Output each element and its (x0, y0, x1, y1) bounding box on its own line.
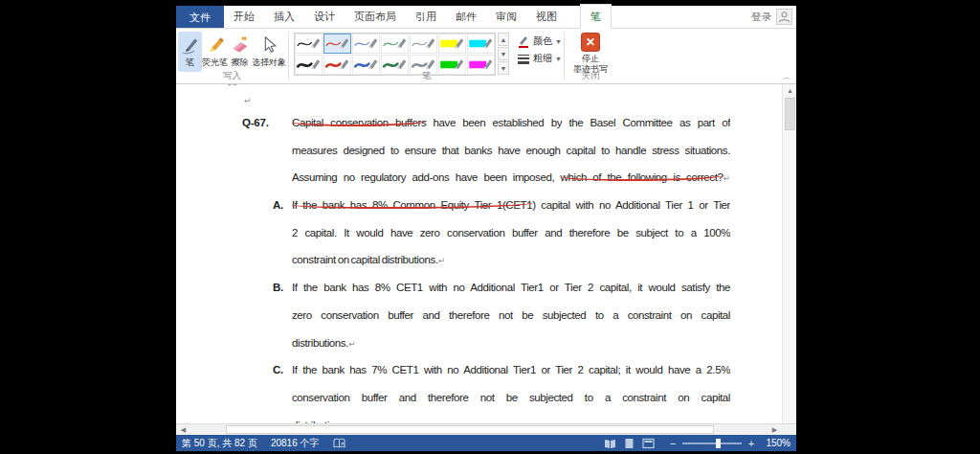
line-text: If the bank has 7% CET1 with no Addition… (292, 356, 730, 384)
button-label: 笔 (186, 57, 194, 69)
document-lines: Q-67.Capital conservation buffers have b… (176, 109, 782, 423)
pen-weight-label: 粗细 (533, 52, 552, 65)
gallery-scroll-down-icon[interactable]: ▼ (498, 47, 509, 60)
pen-style-cyan-highlighter[interactable] (467, 34, 495, 54)
sign-in[interactable]: 登录 (751, 9, 792, 25)
proofing-status-icon[interactable] (333, 438, 345, 449)
text-segment: 2 capital. It would have zero conservati… (292, 227, 730, 238)
word-window: 文件开始插入设计页面布局引用邮件审阅视图笔 登录 笔荧光笔擦除选择对象 写入 ▲… (176, 6, 796, 451)
select-objects-icon (258, 34, 279, 56)
doc-line-0: Q-67.Capital conservation buffers have b… (176, 109, 782, 137)
zoom-in-button[interactable]: + (746, 438, 756, 449)
eraser-button[interactable]: 擦除 (228, 32, 252, 72)
word-count[interactable]: 20816 个字 (271, 437, 320, 450)
line-text: 2 capital. It would have zero conservati… (292, 219, 730, 247)
pen-style-black-pen-thin[interactable] (295, 34, 323, 54)
pen-style-red-pen-thin[interactable] (323, 34, 351, 54)
pen-weight-button[interactable]: 粗细 ▼ (517, 52, 562, 65)
document-head: ⌁⌁ ↵ (176, 84, 782, 109)
document-page[interactable]: ⌁⌁ ↵ Q-67.Capital conservation buffers h… (176, 84, 782, 423)
ribbon-tab-7[interactable]: 审阅 (486, 5, 526, 28)
doc-line-1: measures designed to ensure that banks h… (176, 137, 782, 165)
ribbon-tab-8[interactable]: 视图 (526, 5, 567, 28)
line-text: distributions.↵ (292, 329, 730, 358)
vertical-scrollbar[interactable]: ▲ (782, 84, 796, 423)
doc-line-4: 2 capital. It would have zero conservati… (176, 219, 782, 247)
screen: 文件开始插入设计页面布局引用邮件审阅视图笔 登录 笔荧光笔擦除选择对象 写入 ▲… (0, 0, 980, 454)
line-text: If the bank has 8% Common Equity Tier 1(… (292, 192, 730, 219)
pens-group: ▲ ▼ ▼ 颜色 ▼ (289, 29, 564, 83)
doc-line-10: conservation buffer and therefore not be… (176, 384, 782, 412)
line-text: Assuming no regulatory add-ons have been… (292, 164, 730, 192)
highlighter-icon (205, 34, 226, 56)
ribbon: 笔荧光笔擦除选择对象 写入 ▲ ▼ ▼ 颜色 ▼ (176, 29, 796, 84)
doc-line-11: distributions. (176, 412, 782, 423)
option-letter: B. (273, 274, 283, 302)
text-segment: zero conservation buffer and therefore n… (292, 309, 730, 321)
user-avatar-icon[interactable] (776, 9, 792, 25)
ribbon-tab-5[interactable]: 引用 (406, 5, 446, 28)
read-mode-icon[interactable] (604, 438, 616, 449)
red-ink-underline: Capital conservation buffers (292, 117, 426, 128)
stop-inking-button[interactable]: ✕ 停止 墨迹书写 (573, 32, 608, 75)
red-ink-underline: If the bank has 8% Common Equity Tier 1(… (292, 199, 532, 211)
doc-line-3: A.If the bank has 8% Common Equity Tier … (176, 192, 782, 219)
scroll-left-icon[interactable]: ◀ (177, 424, 189, 435)
line-text: If the bank has 8% CET1 with no Addition… (292, 274, 730, 302)
line-text: constraint on capital distributions.↵ (292, 246, 730, 275)
scroll-right-icon[interactable]: ▶ (768, 424, 781, 435)
pen-style-blue-pen-thin[interactable] (352, 34, 380, 54)
ribbon-tab-1[interactable]: 开始 (224, 5, 264, 28)
pen-color-icon (517, 35, 530, 48)
text-segment: have been established by the Basel Commi… (426, 117, 730, 128)
scrollbar-corner (782, 424, 796, 435)
ribbon-tabs: 文件开始插入设计页面布局引用邮件审阅视图笔 (176, 6, 612, 28)
sign-in-label[interactable]: 登录 (751, 11, 771, 24)
ribbon-tab-0[interactable]: 文件 (176, 6, 224, 28)
scroll-up-icon[interactable]: ▲ (784, 84, 796, 97)
ribbon-tab-9[interactable]: 笔 (580, 4, 612, 29)
zoom-control: − + (668, 438, 756, 449)
vertical-scroll-thumb[interactable] (785, 98, 795, 130)
option-letter: A. (273, 192, 283, 219)
page-info[interactable]: 第 50 页, 共 82 页 (182, 437, 257, 450)
line-text: Capital conservation buffers have been e… (292, 109, 730, 137)
pen-style-gray-pen-thin[interactable] (410, 34, 437, 54)
write-buttons: 笔荧光笔擦除选择对象 (178, 32, 286, 72)
pen-button[interactable]: 笔 (178, 32, 202, 72)
paragraph-mark: ↵ (244, 96, 252, 105)
ribbon-tab-6[interactable]: 邮件 (446, 5, 486, 28)
pen-color-label: 颜色 (533, 34, 552, 48)
zoom-out-button[interactable]: − (668, 438, 678, 449)
ribbon-tab-4[interactable]: 页面布局 (345, 5, 406, 28)
question-number: Q-67. (242, 109, 269, 137)
ribbon-tab-2[interactable]: 插入 (264, 5, 304, 28)
ribbon-tab-3[interactable]: 设计 (304, 5, 345, 28)
dropdown-caret-icon: ▼ (555, 56, 562, 62)
collapse-ribbon-icon[interactable]: ︿ (783, 72, 791, 82)
stop-inking-icon: ✕ (581, 33, 600, 52)
select-objects-button[interactable]: 选择对象 (252, 32, 286, 72)
zoom-level[interactable]: 150% (764, 438, 791, 448)
text-segment: Assuming no regulatory add-ons have been… (292, 171, 561, 183)
ribbon-tab-bar: 文件开始插入设计页面布局引用邮件审阅视图笔 登录 (176, 6, 796, 29)
print-layout-icon[interactable] (623, 438, 635, 449)
clipped-ink-remnant: ⌁⌁ (227, 84, 237, 89)
text-segment: constraint on capital distributions. (292, 254, 438, 265)
pen-color-button[interactable]: 颜色 ▼ (517, 34, 562, 48)
status-right: − + 150% (604, 438, 791, 449)
horizontal-scrollbar[interactable]: ◀ ▶ (176, 423, 796, 435)
zoom-slider[interactable] (682, 443, 742, 444)
pen-style-green-pen-thin[interactable] (381, 34, 409, 54)
zoom-slider-thumb[interactable] (716, 439, 721, 448)
red-ink-underline: which of the following is correct? (561, 171, 724, 183)
pen-style-yellow-highlighter[interactable] (438, 34, 466, 54)
gallery-scroll-up-icon[interactable]: ▲ (498, 33, 509, 46)
highlighter-button[interactable]: 荧光笔 (202, 32, 228, 72)
pens-group-label: 笔 (289, 70, 564, 82)
eraser-icon (230, 34, 251, 56)
web-layout-icon[interactable] (642, 438, 655, 449)
text-segment: ) capital with no Additional Tier 1 or T… (532, 199, 730, 211)
horizontal-scroll-thumb[interactable] (226, 425, 714, 434)
line-text: distributions. (292, 412, 730, 423)
